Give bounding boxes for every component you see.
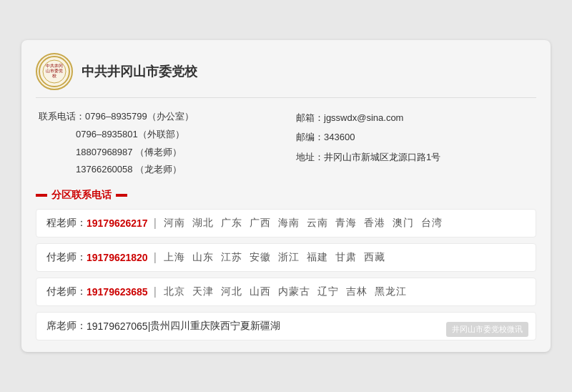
- region-item: 吉林: [346, 285, 368, 297]
- region-item: 安徽: [250, 251, 271, 263]
- teacher-phone-1: 19179621820: [87, 252, 148, 263]
- phone-value-4: 13766260058 （龙老师）: [76, 164, 182, 175]
- main-card: 中共井冈 山市委党 校 中共井冈山市委党校 联系电话：0796–8935799（…: [21, 40, 551, 352]
- logo: 中共井冈 山市委党 校: [36, 53, 73, 90]
- region-item: 台湾: [421, 217, 443, 228]
- phone-value-3: 18807968987 （傅老师）: [76, 147, 182, 157]
- region-row-3: 席老师：19179627065|贵州四川重庆陕西宁夏新疆湖井冈山市委党校微讯: [36, 312, 536, 340]
- divider-2: |: [154, 285, 157, 298]
- teacher-name-1: 付老师：: [46, 251, 87, 264]
- region-item: 香港: [364, 217, 385, 228]
- contact-left: 联系电话：0796–8935799（办公室） 0796–8935801（外联部）…: [36, 108, 279, 179]
- region-item: 湖: [270, 320, 280, 331]
- teacher-phone-2: 19179623685: [87, 286, 148, 298]
- teacher-phone-0: 19179626217: [87, 217, 148, 229]
- region-item: 云南: [307, 217, 328, 228]
- email-label: 邮箱：: [296, 112, 324, 123]
- teacher-name-2: 付老师：: [46, 285, 87, 298]
- org-title: 中共井冈山市委党校: [82, 63, 197, 80]
- region-item: 青海: [335, 217, 357, 228]
- region-item: 山西: [250, 285, 271, 297]
- region-item: 新疆: [250, 320, 270, 331]
- contact-right: 邮箱：jgsswdx@sina.com 邮编：343600 地址：井冈山市新城区…: [293, 108, 536, 179]
- region-item: 四川: [170, 320, 190, 331]
- phone-value-1: 0796–8935799（办公室）: [85, 111, 194, 122]
- region-item: 河北: [221, 285, 242, 297]
- phone-value-2: 0796–8935801（外联部）: [76, 129, 184, 139]
- email-value: jgsswdx@sina.com: [324, 112, 403, 123]
- phone-label: 联系电话：: [39, 111, 85, 122]
- regions-2: 北京天津河北山西内蒙古辽宁吉林黑龙江: [164, 285, 414, 298]
- header: 中共井冈 山市委党 校 中共井冈山市委党校: [36, 53, 536, 98]
- regions-1: 上海山东江苏安徽浙江福建甘肃西藏: [164, 251, 393, 264]
- region-item: 澳门: [393, 217, 414, 228]
- region-row-1: 付老师：19179621820|上海山东江苏安徽浙江福建甘肃西藏: [36, 243, 536, 272]
- postcode-label: 邮编：: [296, 132, 324, 142]
- contact-grid: 联系电话：0796–8935799（办公室） 0796–8935801（外联部）…: [36, 108, 536, 179]
- watermark: 井冈山市委党校微讯: [446, 322, 528, 337]
- email-row: 邮箱：jgsswdx@sina.com: [293, 108, 536, 127]
- region-item: 福建: [307, 251, 328, 263]
- address-value: 井冈山市新城区龙源口路1号: [324, 152, 440, 162]
- phone-row-4: 13766260058 （龙老师）: [36, 161, 279, 179]
- postcode-value: 343600: [324, 132, 355, 142]
- region-item: 陕西: [210, 320, 230, 331]
- region-item: 黑龙江: [375, 285, 407, 297]
- region-item: 北京: [164, 285, 185, 297]
- region-item: 贵州: [150, 320, 170, 331]
- section-title-text: 分区联系电话: [51, 189, 112, 202]
- region-item: 江苏: [221, 251, 242, 263]
- region-item: 山东: [192, 251, 214, 263]
- postcode-row: 邮编：343600: [293, 127, 536, 147]
- region-item: 内蒙古: [278, 285, 310, 297]
- phone-row-1: 联系电话：0796–8935799（办公室）: [36, 108, 279, 126]
- region-item: 上海: [164, 251, 185, 263]
- teacher-phone-3: 19179627065: [87, 320, 148, 332]
- section-title: 分区联系电话: [36, 189, 536, 202]
- title-bar-right: [116, 194, 127, 197]
- region-row-2: 付老师：19179623685|北京天津河北山西内蒙古辽宁吉林黑龙江: [36, 278, 536, 306]
- region-item: 海南: [278, 217, 300, 228]
- divider-0: |: [154, 217, 157, 230]
- region-item: 浙江: [278, 251, 300, 263]
- title-bar-left: [36, 194, 47, 197]
- regions-0: 河南湖北广东广西海南云南青海香港澳门台湾: [164, 217, 450, 230]
- svg-text:中共井冈: 中共井冈: [46, 64, 63, 68]
- regions-3: 贵州四川重庆陕西宁夏新疆湖: [150, 320, 280, 333]
- region-item: 辽宁: [317, 285, 339, 297]
- region-item: 甘肃: [335, 251, 357, 263]
- region-item: 重庆: [190, 320, 210, 331]
- address-label: 地址：: [296, 152, 324, 162]
- teacher-name-3: 席老师：: [46, 320, 87, 333]
- region-item: 湖北: [192, 217, 214, 228]
- region-item: 宁夏: [230, 320, 250, 331]
- region-item: 河南: [164, 217, 185, 228]
- svg-text:山市委党: 山市委党: [46, 68, 63, 73]
- address-row: 地址：井冈山市新城区龙源口路1号: [293, 147, 536, 167]
- phone-row-3: 18807968987 （傅老师）: [36, 144, 279, 162]
- phone-row-2: 0796–8935801（外联部）: [36, 126, 279, 144]
- region-item: 天津: [192, 285, 214, 297]
- region-item: 广西: [250, 217, 271, 228]
- divider-1: |: [154, 251, 157, 264]
- region-row-0: 程老师：19179626217|河南湖北广东广西海南云南青海香港澳门台湾: [36, 209, 536, 237]
- svg-text:校: 校: [51, 74, 56, 78]
- region-item: 广东: [221, 217, 242, 228]
- regions-container: 程老师：19179626217|河南湖北广东广西海南云南青海香港澳门台湾付老师：…: [36, 209, 536, 340]
- teacher-name-0: 程老师：: [46, 217, 87, 230]
- region-item: 西藏: [364, 251, 385, 263]
